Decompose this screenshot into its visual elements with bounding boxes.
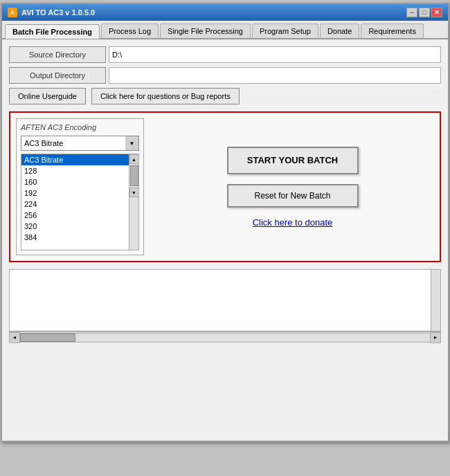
listbox-scrollbar: ▲ ▼ — [129, 154, 138, 250]
listbox-item[interactable]: 128 — [21, 165, 129, 176]
source-directory-input[interactable] — [109, 46, 441, 63]
listbox-item[interactable]: 224 — [21, 199, 129, 210]
tab-process-log[interactable]: Process Log — [101, 24, 159, 38]
output-directory-button[interactable]: Output Directory — [9, 67, 106, 84]
online-userguide-button[interactable]: Online Userguide — [9, 88, 86, 104]
log-horizontal-scrollbar: ◄ ► — [9, 331, 441, 342]
scrollbar-up-arrow[interactable]: ▲ — [129, 154, 139, 164]
app-icon: A — [8, 8, 17, 17]
listbox-item[interactable]: 320 — [21, 221, 129, 232]
listbox-item[interactable]: 160 — [21, 176, 129, 187]
maximize-button[interactable]: □ — [419, 8, 430, 17]
bitrate-combo-wrapper: AC3 Bitrate 128 160 192 224 256 320 384 … — [21, 136, 139, 151]
source-directory-button[interactable]: Source Directory — [9, 46, 106, 63]
main-window: A AVI TO AC3 v 1.0.5.0 ─ □ ✕ Batch File … — [1, 3, 449, 442]
minimize-button[interactable]: ─ — [406, 8, 417, 17]
listbox-item[interactable]: 256 — [21, 210, 129, 221]
log-area-wrapper: ◄ ► — [9, 269, 441, 342]
tab-bar: Batch File Processing Process Log Single… — [2, 21, 448, 39]
hscroll-left-arrow[interactable]: ◄ — [9, 332, 20, 343]
title-controls: ─ □ ✕ — [406, 8, 442, 17]
listbox-item[interactable]: AC3 Bitrate — [21, 154, 129, 165]
title-bar: A AVI TO AC3 v 1.0.5.0 ─ □ ✕ — [2, 4, 448, 21]
tab-donate[interactable]: Donate — [320, 24, 359, 38]
right-controls: START YOUR BATCH Reset for New Batch Cli… — [151, 118, 434, 255]
bitrate-combo[interactable]: AC3 Bitrate 128 160 192 224 256 320 384 — [21, 136, 139, 151]
hscroll-thumb[interactable] — [20, 333, 75, 342]
encoding-group-panel: AFTEN AC3 Encoding AC3 Bitrate 128 160 1… — [9, 111, 441, 262]
main-content: Source Directory Output Directory Online… — [2, 39, 448, 441]
encoding-section: AFTEN AC3 Encoding AC3 Bitrate 128 160 1… — [16, 118, 144, 255]
listbox-item[interactable]: 192 — [21, 187, 129, 199]
scrollbar-thumb[interactable] — [130, 165, 138, 186]
output-directory-input[interactable] — [109, 67, 441, 84]
close-button[interactable]: ✕ — [431, 8, 442, 17]
donate-link[interactable]: Click here to donate — [253, 217, 333, 228]
hscroll-right-arrow[interactable]: ► — [430, 332, 441, 343]
window-title: AVI TO AC3 v 1.0.5.0 — [21, 8, 95, 17]
hscroll-track[interactable] — [20, 333, 430, 342]
bug-report-button[interactable]: Click here for questions or Bug reports — [91, 88, 240, 104]
tab-single-file-processing[interactable]: Single File Processing — [160, 24, 251, 38]
tab-requirements[interactable]: Requirements — [361, 24, 423, 38]
tab-program-setup[interactable]: Program Setup — [252, 24, 318, 38]
encoding-group-label: AFTEN AC3 Encoding — [21, 123, 139, 131]
log-content — [10, 270, 440, 331]
bitrate-listbox[interactable]: AC3 Bitrate 128 160 192 224 256 320 384 — [21, 154, 129, 250]
utility-buttons-row: Online Userguide Click here for question… — [9, 88, 441, 104]
listbox-item[interactable]: 384 — [21, 232, 129, 243]
scrollbar-down-arrow[interactable]: ▼ — [129, 187, 139, 197]
bitrate-listbox-container: AC3 Bitrate 128 160 192 224 256 320 384 … — [21, 154, 139, 250]
log-area — [9, 269, 441, 331]
output-directory-row: Output Directory — [9, 67, 441, 84]
source-directory-row: Source Directory — [9, 46, 441, 63]
start-batch-button[interactable]: START YOUR BATCH — [227, 147, 359, 174]
log-vertical-scrollbar[interactable] — [431, 270, 440, 331]
tab-batch-file-processing[interactable]: Batch File Processing — [5, 24, 100, 39]
title-bar-left: A AVI TO AC3 v 1.0.5.0 — [8, 8, 95, 17]
reset-batch-button[interactable]: Reset for New Batch — [227, 184, 359, 208]
